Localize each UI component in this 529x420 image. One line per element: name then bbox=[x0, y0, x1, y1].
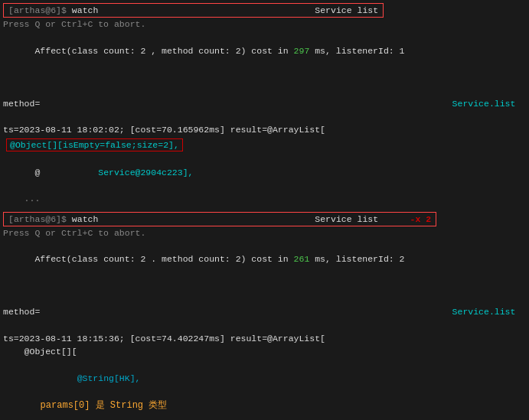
ts-line-1: ts=2023-08-11 18:02:02; [cost=70.165962m… bbox=[3, 123, 526, 136]
abort-line-2: Press Q or Ctrl+C to abort. bbox=[3, 226, 526, 239]
result-box-1-wrap: @Object[][isEmpty=false;size=2], bbox=[3, 138, 526, 152]
service-label-1: Service list bbox=[315, 5, 378, 15]
string-line-2: @String[HK], params[0] 是 String 类型 bbox=[3, 358, 526, 420]
annotation-string: params[0] 是 String 类型 bbox=[34, 400, 167, 411]
obj-line-2: @Object[][ bbox=[3, 345, 526, 358]
prompt-2: [arthas@6]$ bbox=[8, 214, 67, 224]
ts-line-2: ts=2023-08-11 18:15:36; [cost=74.402247m… bbox=[3, 332, 526, 345]
watch-cmd-1: watch bbox=[72, 5, 99, 15]
terminal: [arthas@6]$ watch Service list Press Q o… bbox=[0, 0, 529, 420]
method-line-1: method= Service.list location=AtExit bbox=[3, 70, 526, 123]
abort-line-1: Press Q or Ctrl+C to abort. bbox=[3, 18, 526, 31]
prompt-1: [arthas@6]$ bbox=[8, 5, 67, 15]
section-2: [arthas@6]$ watch Service list -x 2 Pres… bbox=[0, 210, 529, 421]
cmd-box-2: [arthas@6]$ watch Service list -x 2 bbox=[3, 212, 436, 226]
blurred-1 bbox=[103, 5, 309, 15]
cmd-line-2: [arthas@6]$ watch Service list -x 2 bbox=[3, 212, 526, 226]
cmd-box-1: [arthas@6]$ watch Service list bbox=[3, 3, 384, 18]
ellipsis-1: ... bbox=[3, 192, 526, 205]
cmd-line-1: [arthas@6]$ watch Service list bbox=[3, 3, 526, 18]
watch-cmd-2: watch bbox=[72, 214, 99, 224]
result-box-1: @Object[][isEmpty=false;size=2], bbox=[6, 138, 183, 151]
affect-line-1: Affect(class count: 2 , method count: 2)… bbox=[3, 31, 526, 71]
method-line-2: method= Service.list location=AtExit bbox=[3, 279, 526, 332]
affect-line-2: Affect(class count: 2 . method count: 2)… bbox=[3, 239, 526, 279]
section-1: [arthas@6]$ watch Service list Press Q o… bbox=[0, 2, 529, 207]
at-line-1: @ Service@2904c223], bbox=[3, 153, 526, 193]
